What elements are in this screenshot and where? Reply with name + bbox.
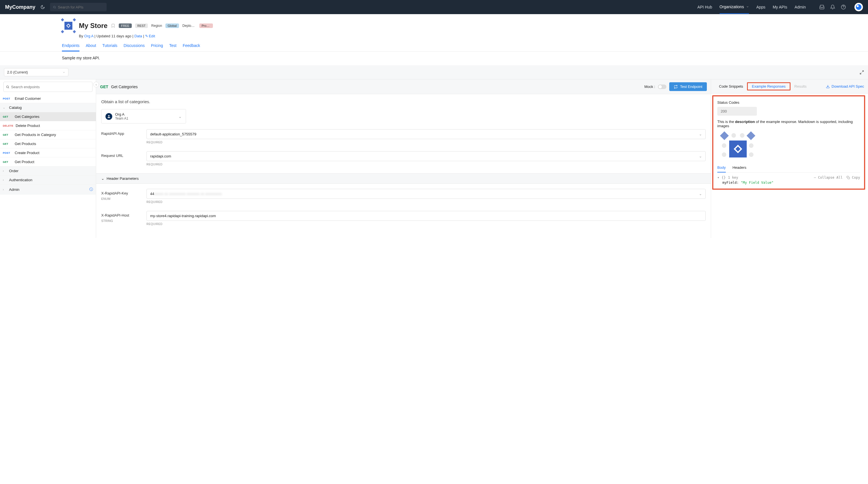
endpoint-sidebar: ‹ POSTEmail Customer ⌄Catalog GETGet Cat… xyxy=(0,79,96,238)
tab-body[interactable]: Body xyxy=(717,165,726,172)
info-icon[interactable]: ⓘ xyxy=(89,187,93,192)
group-label: Catalog xyxy=(9,105,22,110)
field-type: STRING xyxy=(101,219,141,223)
download-api-spec[interactable]: Download API Spec xyxy=(826,84,864,89)
nav-admin[interactable]: Admin xyxy=(795,1,806,13)
nav-organizations[interactable]: Organizations xyxy=(719,0,749,14)
tab-endpoints[interactable]: Endpoints xyxy=(62,43,80,52)
updated-text: | Updated 11 days ago | xyxy=(93,34,134,38)
primary-nav: API Hub Organizations Apps My APIs Admin xyxy=(698,0,806,14)
tab-discussions[interactable]: Discussions xyxy=(124,43,145,52)
endpoint-label: Get Products xyxy=(15,142,36,146)
tab-headers[interactable]: Headers xyxy=(733,165,746,172)
status-codes-heading: Status Codes xyxy=(717,100,860,105)
endpoint-group-catalog[interactable]: ⌄Catalog xyxy=(0,103,96,112)
tab-feedback[interactable]: Feedback xyxy=(183,43,200,52)
tab-tutorials[interactable]: Tutorials xyxy=(102,43,117,52)
key-select[interactable]: 44xxxxx xx xxxxxxxxx xxxxxxx xx xxxxxxxx… xyxy=(147,189,706,199)
test-endpoint-label: Test Endpoint xyxy=(680,85,702,89)
endpoint-title: Get Categories xyxy=(111,85,138,89)
endpoint-search-input[interactable] xyxy=(11,85,90,89)
nav-api-hub[interactable]: API Hub xyxy=(698,1,712,13)
endpoint-item[interactable]: POSTCreate Product xyxy=(0,149,96,158)
team-name: Team A1 xyxy=(115,117,128,121)
endpoint-search[interactable] xyxy=(3,82,92,92)
copy-button[interactable]: Copy xyxy=(846,175,860,180)
endpoint-item[interactable]: GETGet Product xyxy=(0,158,96,166)
braces-icon: {} xyxy=(721,175,725,180)
group-label: Order xyxy=(9,169,19,173)
required-badge: REQUIRED xyxy=(147,223,706,226)
help-icon[interactable] xyxy=(841,4,846,10)
test-endpoint-button[interactable]: Test Endpoint xyxy=(669,82,707,91)
tab-example-responses[interactable]: Example Responses xyxy=(747,82,790,91)
pencil-icon: ✎ xyxy=(145,34,148,38)
endpoint-label: Create Product xyxy=(15,151,39,155)
collapse-sidebar-icon[interactable]: ‹ xyxy=(93,82,99,87)
chevron-down-icon: ⌄ xyxy=(699,192,702,196)
endpoint-label: Email Customer xyxy=(15,96,41,101)
brand[interactable]: MyCompany xyxy=(5,4,35,10)
endpoint-group-admin[interactable]: ›Adminⓘ xyxy=(0,185,96,194)
tab-test[interactable]: Test xyxy=(169,43,177,52)
svg-line-6 xyxy=(862,71,864,72)
endpoint-item[interactable]: GETGet Categories xyxy=(0,112,96,121)
by-prefix: By xyxy=(79,34,84,38)
svg-line-1 xyxy=(55,8,56,8)
tab-about[interactable]: About xyxy=(86,43,96,52)
data-link[interactable]: Data xyxy=(134,34,142,38)
version-toolbar: 2.0 (Current) xyxy=(0,65,868,79)
tab-results[interactable]: Results xyxy=(790,83,811,90)
response-image xyxy=(717,132,754,160)
global-search[interactable] xyxy=(50,3,106,11)
field-label-url: Request URL xyxy=(101,151,141,166)
global-search-input[interactable] xyxy=(58,5,104,9)
inbox-icon[interactable] xyxy=(819,4,825,10)
version-select-label: 2.0 (Current) xyxy=(7,70,28,74)
endpoint-item[interactable]: GETGet Products xyxy=(0,139,96,149)
endpoint-item[interactable]: GETGet Products in Category xyxy=(0,130,96,139)
field-label-app: RapidAPI App xyxy=(101,129,141,144)
bookmark-icon[interactable] xyxy=(111,23,115,29)
host-input-value: my-store4.rapidapi-training.rapidapi.com xyxy=(150,214,216,218)
url-select-value: rapidapi.com xyxy=(150,154,171,158)
api-byline: By Org A | Updated 11 days ago | Data | … xyxy=(79,34,868,38)
swap-icon xyxy=(674,85,678,89)
tab-pricing[interactable]: Pricing xyxy=(151,43,163,52)
chevron-down-icon xyxy=(746,5,749,8)
svg-line-7 xyxy=(860,73,862,74)
user-avatar[interactable] xyxy=(855,3,863,11)
edit-link[interactable]: Edit xyxy=(149,34,155,38)
team-org: Org A xyxy=(115,112,128,117)
host-input[interactable]: my-store4.rapidapi-training.rapidapi.com xyxy=(147,211,706,221)
nav-my-apis[interactable]: My APIs xyxy=(773,1,787,13)
endpoint-group-order[interactable]: ›Order xyxy=(0,166,96,175)
fullscreen-icon[interactable] xyxy=(860,70,864,75)
theme-toggle-icon[interactable] xyxy=(40,5,45,9)
required-badge: REQUIRED xyxy=(147,141,706,144)
keys-count: 1 key xyxy=(728,175,738,180)
endpoint-group-auth[interactable]: ›Authentication xyxy=(0,175,96,185)
app-select[interactable]: default-application_5755579⌄ xyxy=(147,129,706,139)
api-title: My Store xyxy=(79,22,107,30)
team-selector[interactable]: Org ATeam A1 ⌄ xyxy=(101,109,186,124)
collapse-all-button[interactable]: — Collapse All xyxy=(814,175,842,180)
tab-code-snippets[interactable]: Code Snippets xyxy=(715,83,747,90)
required-badge: REQUIRED xyxy=(147,163,706,166)
json-collapse-caret[interactable]: ▾ xyxy=(717,175,719,180)
bell-icon[interactable] xyxy=(830,4,835,10)
json-body: myField: "My Field Value" xyxy=(722,181,860,185)
mock-toggle[interactable] xyxy=(658,85,666,89)
status-code-value[interactable]: 200 xyxy=(717,107,757,116)
endpoint-item[interactable]: DELETEDelete Product xyxy=(0,121,96,130)
version-select[interactable]: 2.0 (Current) xyxy=(4,68,68,76)
org-link[interactable]: Org A xyxy=(84,34,94,38)
badge-production: Produc… xyxy=(199,24,213,28)
response-panel: Code Snippets Example Responses Results … xyxy=(711,79,868,238)
chevron-right-icon: › xyxy=(3,188,6,191)
top-nav: MyCompany API Hub Organizations Apps My … xyxy=(0,0,868,14)
url-select[interactable]: rapidapi.com⌄ xyxy=(147,151,706,161)
header-params-section[interactable]: ⌄Header Parameters xyxy=(96,173,711,184)
endpoint-item[interactable]: POSTEmail Customer xyxy=(0,94,96,103)
nav-apps[interactable]: Apps xyxy=(756,1,765,13)
